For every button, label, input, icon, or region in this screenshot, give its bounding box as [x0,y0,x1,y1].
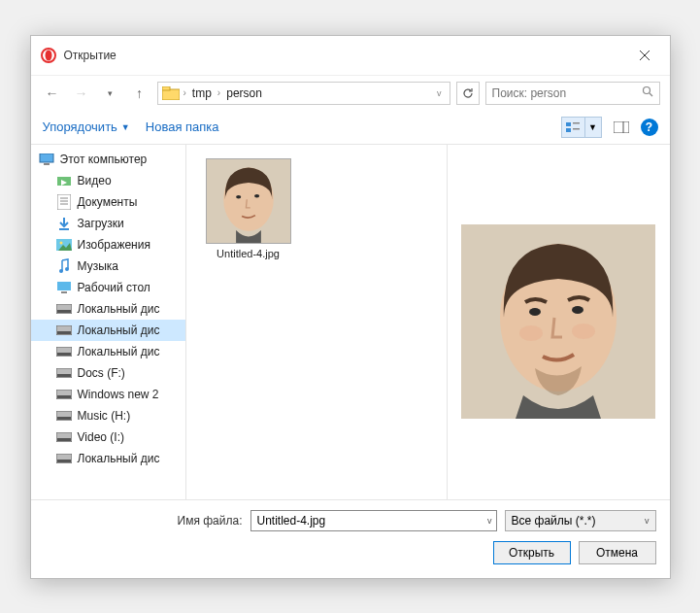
svg-rect-29 [61,291,67,293]
drive-icon [56,429,72,445]
sidebar-item-label: Видео [78,174,112,187]
new-folder-button[interactable]: Новая папка [146,119,219,134]
sidebar: Этот компьютер ВидеоДокументыЗагрузкиИзо… [31,145,186,499]
drive-icon [56,408,72,424]
drive-icon [56,323,72,338]
svg-rect-43 [57,438,71,441]
svg-rect-8 [566,122,571,126]
filetype-dropdown[interactable]: Все файлы (*.*) v [505,510,656,531]
sidebar-item[interactable]: Локальный дис [31,341,185,362]
svg-point-53 [572,306,583,314]
folder-icon [162,86,180,100]
image-thumbnail [207,159,290,243]
body: Этот компьютер ВидеоДокументыЗагрузкиИзо… [31,145,670,499]
sidebar-item-label: Музыка [78,259,118,273]
sidebar-item[interactable]: Рабочий стол [31,277,185,298]
sidebar-item[interactable]: Загрузки [31,213,185,234]
sidebar-item-label: Рабочий стол [78,281,150,294]
view-mode-menu[interactable]: ▼ [561,117,602,138]
sidebar-item[interactable]: Документы [31,191,185,213]
svg-point-26 [59,269,63,273]
sidebar-item-label: Локальный дис [78,302,160,316]
back-button[interactable]: ← [41,82,64,105]
thumbnails-icon [566,122,580,132]
svg-rect-33 [57,331,71,334]
svg-point-55 [572,324,595,339]
svg-point-52 [529,308,541,316]
search-input[interactable] [492,86,653,100]
file-open-dialog: Открытие ← → ▾ ↑ › tmp › person v [30,35,671,579]
file-item[interactable]: Untitled-4.jpg [200,158,297,259]
close-icon [640,51,650,60]
sidebar-item-label: Локальный дис [78,452,160,465]
up-button[interactable]: ↑ [128,82,151,105]
sidebar-item[interactable]: Изображения [31,234,185,255]
sidebar-item[interactable]: Локальный дис [31,320,185,341]
drive-icon [56,344,72,359]
svg-rect-11 [573,128,580,130]
filename-label: Имя файла: [178,514,243,528]
svg-rect-28 [57,282,71,290]
sidebar-item-label: Docs (F:) [78,366,125,380]
refresh-icon [462,87,474,99]
close-button[interactable] [629,44,660,67]
sidebar-item[interactable]: Docs (F:) [31,362,185,384]
sidebar-item-label: Video (I:) [78,430,124,444]
svg-point-6 [643,87,650,94]
sidebar-item[interactable]: Видео [31,170,185,191]
recent-dropdown[interactable]: ▾ [99,82,122,105]
drive-icon [56,173,72,188]
svg-rect-39 [57,395,71,398]
svg-rect-18 [57,194,71,210]
computer-icon [39,152,54,167]
breadcrumb-seg-1[interactable]: tmp [190,86,214,100]
chevron-down-icon: v [645,516,650,526]
chevron-down-icon[interactable]: v [437,88,446,98]
chevron-down-icon[interactable]: v [487,516,492,526]
svg-rect-31 [57,310,71,313]
sidebar-item-label: Загрузки [78,217,124,230]
search-icon [642,85,653,100]
cancel-button[interactable]: Отмена [579,541,656,564]
drive-icon [56,451,72,466]
sidebar-item[interactable]: Windows new 2 [31,384,185,405]
svg-rect-15 [44,163,50,165]
dialog-title: Открытие [64,49,117,62]
chevron-right-icon: › [183,87,186,98]
svg-rect-4 [162,89,180,100]
sidebar-item[interactable]: Локальный дис [31,298,185,320]
refresh-button[interactable] [456,82,480,105]
preview-pane-toggle[interactable] [610,117,633,138]
drive-icon [56,365,72,381]
sidebar-item-label: Документы [78,195,138,209]
sidebar-item[interactable]: Video (I:) [31,426,185,448]
sidebar-item[interactable]: Локальный дис [31,448,185,469]
thumbnails-pane[interactable]: Untitled-4.jpg [186,145,447,499]
breadcrumb[interactable]: › tmp › person v [157,82,450,105]
search-box[interactable] [485,82,660,105]
organize-label: Упорядочить [43,119,117,134]
sidebar-item-label: Windows new 2 [78,388,159,401]
svg-rect-37 [57,374,71,377]
open-button[interactable]: Открыть [493,541,571,564]
footer: Имя файла: v Все файлы (*.*) v Открыть О… [31,499,670,578]
svg-rect-10 [566,128,571,132]
svg-point-24 [59,241,62,244]
drive-icon [56,237,72,253]
sidebar-item-label: Локальный дис [78,324,160,337]
svg-point-49 [254,194,259,197]
forward-button[interactable]: → [70,82,93,105]
drive-icon [56,387,72,402]
organize-menu[interactable]: Упорядочить ▼ [43,119,130,134]
sidebar-root-label: Этот компьютер [60,153,148,166]
filename-input[interactable] [251,514,496,528]
sidebar-item[interactable]: Music (H:) [31,405,185,426]
titlebar: Открытие [31,36,670,76]
sidebar-item[interactable]: Музыка [31,255,185,277]
sidebar-root-this-pc[interactable]: Этот компьютер [31,149,185,170]
help-button[interactable]: ? [641,119,658,136]
preview-pane [447,145,670,499]
breadcrumb-seg-2[interactable]: person [224,86,264,100]
preview-pane-icon [614,121,629,133]
filename-field[interactable]: v [250,510,497,531]
